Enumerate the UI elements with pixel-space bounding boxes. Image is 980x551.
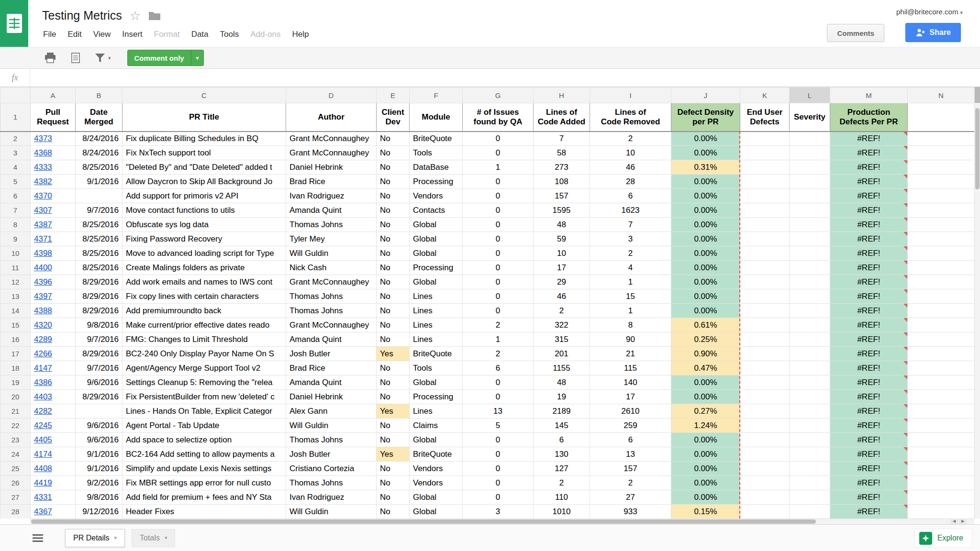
- cell-author[interactable]: Will Guldin: [286, 419, 377, 433]
- cell-client-dev[interactable]: No: [377, 189, 410, 203]
- filter-dropdown-icon[interactable]: ▾: [108, 55, 111, 61]
- cell-end-user-defects[interactable]: [740, 390, 790, 404]
- row-number[interactable]: 2: [0, 132, 31, 146]
- cell-severity[interactable]: [790, 275, 830, 289]
- pr-link[interactable]: 4408: [34, 464, 52, 473]
- cell-defect-density[interactable]: 0.00%: [671, 490, 740, 505]
- cell-author[interactable]: Brad Rice: [286, 175, 377, 189]
- cell-qa-issues[interactable]: 0: [463, 218, 534, 232]
- cell-defect-density[interactable]: 0.00%: [671, 203, 740, 218]
- cell-n[interactable]: [908, 490, 975, 505]
- cell-author[interactable]: Grant McConnaughey: [286, 146, 377, 160]
- cell-client-dev[interactable]: No: [377, 390, 410, 404]
- column-header-F[interactable]: F: [410, 88, 463, 103]
- cell-pull-request[interactable]: 4147: [31, 361, 76, 375]
- cell-production-defects[interactable]: #REF!: [830, 261, 908, 275]
- share-button[interactable]: Share: [905, 23, 961, 42]
- cell-client-dev[interactable]: No: [377, 175, 410, 189]
- cell-qa-issues[interactable]: 0: [463, 189, 534, 203]
- cell-lines-removed[interactable]: 2610: [590, 404, 671, 419]
- cell-module[interactable]: DataBase: [410, 160, 463, 175]
- cell-lines-added[interactable]: 1155: [534, 361, 590, 375]
- cell-severity[interactable]: [790, 361, 830, 375]
- cell-pull-request[interactable]: 4398: [31, 246, 76, 261]
- cell-end-user-defects[interactable]: [740, 433, 790, 447]
- cell-client-dev[interactable]: No: [377, 160, 410, 175]
- cell-date-merged[interactable]: 8/25/2016: [76, 218, 122, 232]
- cell-author[interactable]: Amanda Quint: [286, 332, 377, 347]
- cell-date-merged[interactable]: 8/24/2016: [76, 132, 122, 146]
- header-cell-J[interactable]: Defect Density per PR: [671, 103, 740, 132]
- header-cell-D[interactable]: Author: [286, 103, 377, 132]
- cell-qa-issues[interactable]: 0: [463, 490, 534, 505]
- cell-author[interactable]: Thomas Johns: [286, 289, 377, 304]
- cell-lines-removed[interactable]: 115: [590, 361, 671, 375]
- row-number[interactable]: 3: [0, 146, 31, 160]
- column-header-D[interactable]: D: [286, 88, 377, 103]
- cell-n[interactable]: [908, 232, 975, 246]
- cell-pr-title[interactable]: Simplify and update Lexis Nexis settings: [122, 462, 286, 476]
- column-header-B[interactable]: B: [76, 88, 122, 103]
- cell-production-defects[interactable]: #REF!: [830, 246, 908, 261]
- cell-author[interactable]: Nick Cash: [286, 261, 377, 275]
- header-cell-I[interactable]: Lines of Code Removed: [590, 103, 671, 132]
- cell-lines-added[interactable]: 48: [534, 375, 590, 390]
- cell-defect-density[interactable]: 0.00%: [671, 275, 740, 289]
- cell-defect-density[interactable]: 1.24%: [671, 419, 740, 433]
- cell-defect-density[interactable]: 0.00%: [671, 390, 740, 404]
- cell-pr-title[interactable]: Settings Cleanup 5: Removing the "relea: [122, 375, 286, 390]
- cell-lines-removed[interactable]: 259: [590, 419, 671, 433]
- cell-severity[interactable]: [790, 390, 830, 404]
- comment-only-dropdown-icon[interactable]: ▾: [191, 50, 204, 66]
- cell-lines-added[interactable]: 157: [534, 189, 590, 203]
- cell-defect-density[interactable]: 0.00%: [671, 462, 740, 476]
- cell-qa-issues[interactable]: 0: [463, 476, 534, 490]
- cell-author[interactable]: Tyler Mey: [286, 232, 377, 246]
- cell-author[interactable]: Grant McConnaughey: [286, 132, 377, 146]
- cell-qa-issues[interactable]: 0: [463, 261, 534, 275]
- pr-link[interactable]: 4370: [34, 191, 52, 200]
- cell-qa-issues[interactable]: 1: [463, 160, 534, 175]
- cell-qa-issues[interactable]: 1: [463, 332, 534, 347]
- cell-production-defects[interactable]: #REF!: [830, 404, 908, 419]
- cell-defect-density[interactable]: 0.00%: [671, 476, 740, 490]
- cell-defect-density[interactable]: 0.00%: [671, 175, 740, 189]
- comment-only-button[interactable]: Comment only ▾: [127, 50, 204, 66]
- cell-n[interactable]: [908, 275, 975, 289]
- cell-severity[interactable]: [790, 203, 830, 218]
- cell-production-defects[interactable]: #REF!: [830, 275, 908, 289]
- cell-qa-issues[interactable]: 2: [463, 318, 534, 332]
- cell-n[interactable]: [908, 419, 975, 433]
- cell-client-dev[interactable]: No: [377, 419, 410, 433]
- cell-severity[interactable]: [790, 347, 830, 361]
- cell-end-user-defects[interactable]: [740, 232, 790, 246]
- cell-qa-issues[interactable]: 0: [463, 462, 534, 476]
- cell-pull-request[interactable]: 4331: [31, 490, 76, 505]
- cell-production-defects[interactable]: #REF!: [830, 447, 908, 462]
- chevron-down-icon[interactable]: ▾: [165, 535, 167, 541]
- cell-author[interactable]: Cristiano Cortezia: [286, 462, 377, 476]
- cell-qa-issues[interactable]: 0: [463, 289, 534, 304]
- select-all-corner[interactable]: [0, 88, 31, 103]
- cell-client-dev[interactable]: No: [377, 275, 410, 289]
- cell-author[interactable]: Thomas Johns: [286, 476, 377, 490]
- cell-author[interactable]: Ivan Rodriguez: [286, 189, 377, 203]
- print-icon[interactable]: [44, 52, 56, 64]
- cell-lines-removed[interactable]: 2: [590, 132, 671, 146]
- cell-client-dev[interactable]: No: [377, 462, 410, 476]
- cell-pr-title[interactable]: Add premiumroundto back: [122, 304, 286, 318]
- cell-severity[interactable]: [790, 146, 830, 160]
- cell-lines-added[interactable]: 7: [534, 132, 590, 146]
- column-header-M[interactable]: M: [830, 88, 908, 103]
- cell-end-user-defects[interactable]: [740, 203, 790, 218]
- cell-production-defects[interactable]: #REF!: [830, 304, 908, 318]
- cell-defect-density[interactable]: 0.25%: [671, 332, 740, 347]
- cell-production-defects[interactable]: #REF!: [830, 289, 908, 304]
- cell-severity[interactable]: [790, 505, 830, 519]
- pr-link[interactable]: 4307: [34, 206, 52, 215]
- cell-lines-added[interactable]: 48: [534, 218, 590, 232]
- cell-client-dev[interactable]: No: [377, 304, 410, 318]
- cell-lines-removed[interactable]: 1623: [590, 203, 671, 218]
- cell-severity[interactable]: [790, 132, 830, 146]
- cell-lines-added[interactable]: 127: [534, 462, 590, 476]
